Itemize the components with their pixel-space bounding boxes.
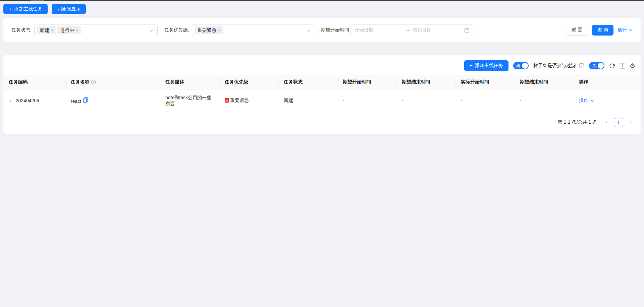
quadrant-display-label: 四象限显示 (57, 6, 80, 12)
pagination: 第 1-1 条/总共 1 条 1 (3, 112, 641, 128)
table-row: + 202404266 react note和task公用的一些东西 (3, 89, 641, 112)
header-expected-end-2: 期望结束时间 (515, 75, 574, 89)
query-label: 查 询 (597, 27, 608, 33)
close-icon[interactable]: × (76, 28, 78, 33)
task-name-value: react (71, 99, 81, 104)
question-circle-icon[interactable]: ? (579, 63, 584, 68)
header-task-name: 任务名称 (65, 75, 160, 89)
cell-actions: 操作 (574, 89, 641, 112)
next-page-button[interactable] (627, 118, 635, 127)
task-description-value: note和task公用的一些东西 (165, 95, 212, 107)
status-filter-select[interactable]: 新建 × 进行中 × (34, 24, 158, 36)
tree-switch-label: 树 (516, 64, 520, 68)
date-filter-label: 期望开始时间 (321, 27, 349, 33)
cell-expected-start: - (337, 89, 396, 112)
expand-label: 展开 (618, 27, 627, 33)
chevron-down-icon (629, 28, 633, 32)
status-filter-label: 任务状态: (11, 27, 32, 33)
status-tag: 新建 × (37, 26, 56, 34)
status-tag: 进行中 × (57, 26, 81, 34)
prev-page-button[interactable] (602, 118, 610, 127)
top-action-bar: + 添加主线任务 四象限显示 (0, 1, 644, 17)
priority-filter-select[interactable]: 重要紧急 × (192, 24, 314, 36)
plus-icon: + (470, 63, 473, 68)
task-code-value: 202404266 (16, 98, 39, 103)
plus-icon: + (9, 6, 12, 12)
switch-knob (522, 63, 528, 69)
top-strip-thumb (31, 0, 44, 1)
chevron-left-icon (605, 120, 608, 124)
yes-switch-label: 是 (592, 64, 596, 68)
chevron-down-icon (306, 28, 310, 34)
refresh-icon[interactable] (609, 63, 615, 69)
start-date-input[interactable]: 开始日期 (355, 27, 404, 33)
task-table: 任务编码 任务名称 任务描述 任务优先级 任务状态 期望开始时间 期望结束时间 … (3, 75, 641, 112)
row-height-icon[interactable] (620, 63, 625, 69)
table-header-row: 任务编码 任务名称 任务描述 任务优先级 任务状态 期望开始时间 期望结束时间 … (3, 75, 641, 89)
status-tag-label: 进行中 (60, 27, 74, 34)
expected-start-date-range-picker[interactable]: 开始日期 → 结束日期 (351, 24, 473, 36)
quadrant-display-button[interactable]: 四象限显示 (52, 4, 86, 14)
tree-mode-switch[interactable]: 树 (513, 62, 529, 69)
cell-task-status: 新建 (278, 89, 337, 112)
priority-tag-label: 重要紧急 (198, 27, 216, 34)
add-main-task-label: 添加主线任务 (475, 63, 503, 69)
tree-filter-switch[interactable]: 是 (589, 62, 604, 69)
page-number-button[interactable]: 1 (614, 118, 623, 127)
header-task-code: 任务编码 (3, 75, 65, 89)
header-expected-start: 期望开始时间 (337, 75, 396, 89)
cell-actual-start: - (455, 89, 515, 112)
header-task-priority: 任务优先级 (219, 75, 278, 89)
priority-tag: 重要紧急 × (195, 26, 223, 34)
cell-task-description: note和task公用的一些东西 (160, 89, 219, 112)
svg-text:?: ? (581, 64, 582, 67)
status-tag-label: 新建 (40, 27, 49, 34)
header-actions: 操作 (574, 75, 641, 89)
query-button[interactable]: 查 询 (592, 25, 613, 36)
reset-button[interactable]: 重 置 (566, 25, 588, 36)
pagination-summary: 第 1-1 条/总共 1 条 (558, 119, 597, 125)
switch-knob (598, 63, 604, 69)
row-action-dropdown[interactable]: 操作 (579, 98, 594, 104)
expand-filters-link[interactable]: 展开 (618, 27, 633, 33)
range-arrow-icon: → (406, 27, 410, 33)
info-circle-icon[interactable] (91, 80, 96, 84)
cell-expected-end-2: - (515, 89, 574, 112)
chevron-down-icon (150, 28, 154, 34)
cell-task-name: react (65, 89, 160, 112)
top-strip (0, 0, 644, 1)
table-toolbar: + 添加主线任务 树 树子集是否参与过滤 ? 是 ⚙ (3, 55, 641, 75)
header-actual-start: 实际开始时间 (455, 75, 515, 89)
header-expected-end: 期望结束时间 (396, 75, 455, 89)
task-table-panel: + 添加主线任务 树 树子集是否参与过滤 ? 是 ⚙ (3, 55, 641, 134)
priority-filter-label: 任务优先级: (164, 27, 189, 33)
close-icon[interactable]: × (218, 28, 221, 33)
gear-icon[interactable]: ⚙ (630, 63, 635, 69)
expand-row-icon[interactable]: + (9, 98, 12, 103)
copy-icon[interactable] (83, 97, 88, 103)
action-label: 操作 (579, 98, 588, 104)
add-main-task-label: 添加主线任务 (14, 6, 42, 12)
cell-expected-end: - (396, 89, 455, 112)
filter-actions: 重 置 查 询 展开 (566, 25, 633, 36)
priority-value: 重要紧急 (230, 98, 249, 104)
calendar-icon (464, 28, 469, 33)
end-date-input[interactable]: 结束日期 (413, 27, 462, 33)
cell-task-code: + 202404266 (3, 89, 65, 112)
header-task-description: 任务描述 (160, 75, 219, 89)
reset-label: 重 置 (572, 27, 582, 33)
chevron-down-icon (590, 99, 594, 103)
add-main-task-button-top[interactable]: + 添加主线任务 (3, 4, 48, 14)
filter-panel: 任务状态: 新建 × 进行中 × 任务优先级: 重要紧急 × (3, 18, 641, 42)
add-main-task-button[interactable]: + 添加主线任务 (464, 60, 508, 71)
priority-flag-icon (225, 98, 229, 103)
header-task-status: 任务状态 (278, 75, 337, 89)
tree-filter-label: 树子集是否参与过滤 (533, 63, 576, 69)
filter-fields: 任务状态: 新建 × 进行中 × 任务优先级: 重要紧急 × (11, 24, 473, 36)
cell-task-priority: 重要紧急 (219, 89, 278, 112)
chevron-right-icon (629, 120, 633, 124)
close-icon[interactable]: × (51, 28, 54, 33)
